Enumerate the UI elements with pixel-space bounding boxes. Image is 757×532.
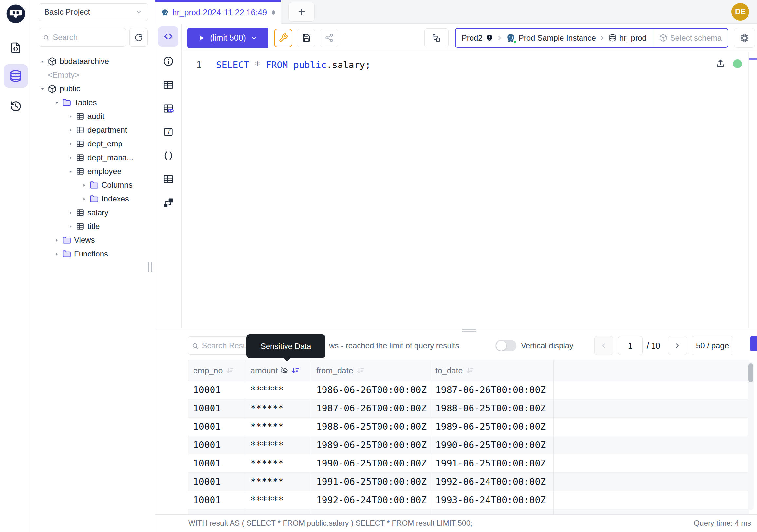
table-row[interactable]: 10001******1992-06-24T00:00:00Z1993-06-2…: [188, 491, 749, 509]
connection-context[interactable]: Prod2 Prod Sample Instance hr_prod: [456, 29, 652, 47]
tree-item-salary[interactable]: salary: [31, 206, 155, 219]
tree-item-department[interactable]: department: [31, 123, 155, 137]
sort-toggle[interactable]: [356, 366, 365, 375]
cell[interactable]: ******: [245, 399, 311, 417]
refresh-schema-button[interactable]: [129, 28, 148, 47]
tree-caret[interactable]: [67, 155, 74, 160]
results-scrollbar[interactable]: [748, 362, 754, 510]
cell[interactable]: 10001: [188, 399, 245, 417]
tree-caret[interactable]: [53, 238, 60, 243]
bytebase-logo[interactable]: [6, 4, 26, 24]
cell[interactable]: 10001: [188, 436, 245, 454]
tree-item-functions[interactable]: Functions: [31, 247, 155, 261]
functions-panel-button[interactable]: f: [158, 122, 178, 142]
sql-code-editor[interactable]: 1 SELECT * FROM public.salary;: [182, 52, 757, 328]
tree-caret[interactable]: [39, 59, 46, 64]
table-row[interactable]: 10001******1988-06-25T00:00:00Z1989-06-2…: [188, 418, 749, 436]
vertical-display-toggle[interactable]: [496, 340, 516, 352]
cell[interactable]: ******: [245, 454, 311, 472]
new-tab-button[interactable]: [288, 2, 315, 22]
tree-caret[interactable]: [80, 183, 88, 188]
cell[interactable]: ******: [245, 509, 311, 514]
next-page-button[interactable]: [668, 336, 687, 355]
cell[interactable]: ******: [245, 381, 311, 399]
cell[interactable]: 1989-06-25T00:00:00Z: [311, 436, 430, 454]
cell[interactable]: 1990-06-25T00:00:00Z: [430, 436, 554, 454]
table-row[interactable]: 10001******1990-06-25T00:00:00Z1991-06-2…: [188, 454, 749, 473]
page-size-select[interactable]: 50 / page: [691, 336, 733, 355]
tree-item-indexes[interactable]: Indexes: [31, 192, 155, 206]
tree-caret[interactable]: [39, 86, 46, 91]
tree-item-audit[interactable]: audit: [31, 110, 155, 123]
cell[interactable]: 1987-06-26T00:00:00Z: [430, 381, 554, 399]
cell[interactable]: 1989-06-25T00:00:00Z: [430, 418, 554, 436]
sidebar-search-input[interactable]: [53, 33, 122, 42]
external-tables-panel-button[interactable]: [158, 98, 178, 119]
cell[interactable]: 1990-06-25T00:00:00Z: [311, 454, 430, 472]
tree-caret[interactable]: [80, 197, 88, 202]
cell[interactable]: 10001: [188, 491, 245, 509]
column-header-to-date[interactable]: to_date: [430, 360, 554, 381]
tree-caret[interactable]: [67, 210, 74, 215]
tree-caret[interactable]: [67, 114, 74, 119]
upload-sql-button[interactable]: [715, 58, 726, 69]
tree-item-dept-emp[interactable]: dept_emp: [31, 137, 155, 151]
cell[interactable]: ******: [245, 473, 311, 491]
column-header-emp-no[interactable]: emp_no: [188, 360, 245, 381]
page-number-input[interactable]: [618, 336, 643, 355]
tree-item-dept-mana[interactable]: dept_mana...: [31, 151, 155, 165]
cell[interactable]: 1986-06-26T00:00:00Z: [311, 381, 430, 399]
cell[interactable]: 10001: [188, 454, 245, 472]
worksheet-nav-icon[interactable]: [4, 36, 27, 60]
tree-caret[interactable]: [67, 141, 74, 146]
save-sheet-button[interactable]: [297, 29, 315, 47]
schema-diagram-button[interactable]: [158, 193, 178, 213]
results-resize-handle[interactable]: [462, 329, 476, 333]
tab-hr-prod[interactable]: hr_prod 2024-11-22 16:49: [155, 0, 281, 24]
tree-item-bbdataarchive[interactable]: bbdataarchive: [31, 54, 155, 68]
table-row[interactable]: 10001******1986-06-26T00:00:00Z1987-06-2…: [188, 381, 749, 399]
cell[interactable]: ******: [245, 436, 311, 454]
sql-editor-mode-button[interactable]: [158, 26, 178, 47]
cell[interactable]: 1988-06-25T00:00:00Z: [311, 418, 430, 436]
sidebar-resize-handle[interactable]: [148, 262, 152, 272]
schema-selector[interactable]: Select schema: [653, 29, 728, 47]
editor-overview-ruler[interactable]: [748, 52, 757, 328]
tree-caret[interactable]: [67, 169, 74, 174]
export-edge-button[interactable]: [750, 336, 757, 351]
admin-wrench-button[interactable]: [274, 29, 292, 47]
cell[interactable]: 1993-06-24T00:00:00Z: [311, 509, 430, 514]
run-query-button[interactable]: (limit 500): [187, 27, 268, 48]
cell[interactable]: ******: [245, 491, 311, 509]
tree-item-tables[interactable]: Tables: [31, 96, 155, 110]
tree-item-views[interactable]: Views: [31, 233, 155, 247]
tree-item-employee[interactable]: employee: [31, 165, 155, 178]
tree-item-empty[interactable]: <Empty>: [31, 68, 155, 82]
cell[interactable]: 10001: [188, 473, 245, 491]
views-panel-button[interactable]: [158, 169, 178, 189]
sort-toggle[interactable]: [225, 366, 234, 375]
cell[interactable]: 10001: [188, 381, 245, 399]
user-avatar[interactable]: DE: [732, 3, 749, 21]
sort-toggle[interactable]: [465, 366, 474, 375]
cell[interactable]: 1992-06-24T00:00:00Z: [311, 491, 430, 509]
previous-page-button[interactable]: [594, 336, 613, 355]
table-row[interactable]: 10001******1993-06-24T00:00:00Z1994-06-2…: [188, 509, 749, 514]
info-panel-button[interactable]: [158, 51, 178, 72]
table-row[interactable]: 10001******1989-06-25T00:00:00Z1990-06-2…: [188, 436, 749, 454]
cell[interactable]: 10001: [188, 418, 245, 436]
database-nav-icon[interactable]: [4, 64, 27, 88]
cell[interactable]: 1991-06-25T00:00:00Z: [311, 473, 430, 491]
cell[interactable]: ******: [245, 418, 311, 436]
table-row[interactable]: 10001******1987-06-26T00:00:00Z1988-06-2…: [188, 399, 749, 418]
tree-item-columns[interactable]: Columns: [31, 178, 155, 192]
tree-caret[interactable]: [67, 224, 74, 229]
history-nav-icon[interactable]: [4, 94, 27, 118]
cell[interactable]: 1992-06-24T00:00:00Z: [430, 473, 554, 491]
column-header-from-date[interactable]: from_date: [311, 360, 430, 381]
tree-caret[interactable]: [53, 252, 60, 257]
procedures-panel-button[interactable]: [158, 145, 178, 166]
tree-item-public[interactable]: public: [31, 82, 155, 96]
share-sheet-button[interactable]: [320, 29, 338, 47]
sort-toggle[interactable]: [291, 366, 300, 375]
